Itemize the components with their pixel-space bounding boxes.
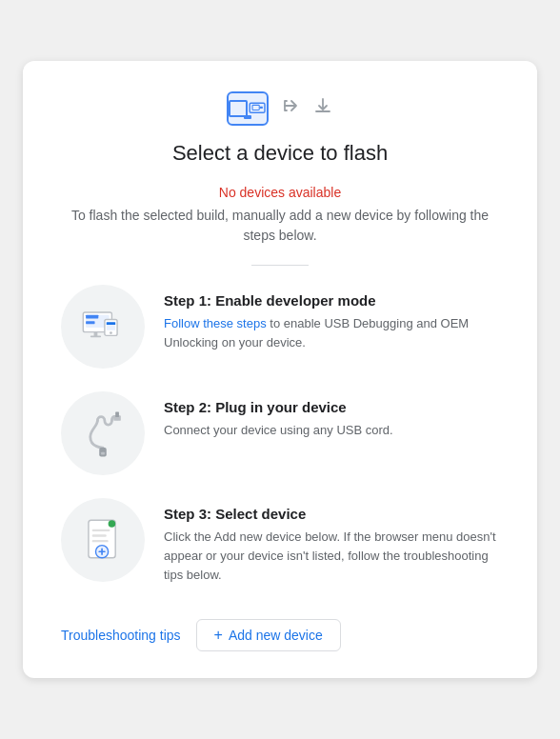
- steps-list: Step 1: Enable developer mode Follow the…: [61, 285, 499, 585]
- svg-rect-19: [92, 534, 107, 536]
- step-3-illustration: [61, 498, 145, 582]
- svg-rect-14: [115, 411, 119, 417]
- step-3-item: Step 3: Select device Click the Add new …: [61, 498, 499, 585]
- step-2-content: Step 2: Plug in your device Connect your…: [164, 391, 499, 440]
- page-title: Select a device to flash: [61, 141, 499, 166]
- svg-point-12: [110, 331, 112, 334]
- svg-rect-16: [101, 452, 105, 455]
- svg-rect-5: [86, 315, 98, 319]
- divider: [251, 265, 309, 266]
- status-description: To flash the selected build, manually ad…: [61, 206, 499, 246]
- footer: Troubleshooting tips + Add new device: [61, 611, 499, 651]
- device-icon: [227, 91, 269, 126]
- step-3-title: Step 3: Select device: [164, 506, 499, 522]
- step-3-description: Click the Add new device below. If the b…: [164, 528, 499, 585]
- download-icon: [312, 95, 333, 121]
- svg-rect-18: [92, 529, 110, 530]
- svg-rect-6: [86, 321, 94, 324]
- main-card: Select a device to flash No devices avai…: [23, 61, 537, 678]
- step-1-item: Step 1: Enable developer mode Follow the…: [61, 285, 499, 369]
- step-2-title: Step 2: Plug in your device: [164, 399, 499, 415]
- header-icons: [61, 91, 499, 126]
- step-2-item: Step 2: Plug in your device Connect your…: [61, 391, 499, 475]
- svg-rect-11: [107, 322, 115, 325]
- status-section: No devices available To flash the select…: [61, 185, 499, 246]
- add-device-button[interactable]: + Add new device: [196, 619, 341, 651]
- svg-point-21: [109, 520, 116, 528]
- add-device-label: Add new device: [229, 628, 323, 643]
- svg-rect-20: [92, 540, 109, 542]
- arrow-icon: [280, 95, 301, 121]
- step-1-illustration: [61, 285, 145, 369]
- follow-steps-link[interactable]: Follow these steps: [164, 316, 267, 330]
- step-1-content: Step 1: Enable developer mode Follow the…: [164, 285, 499, 352]
- svg-rect-8: [90, 335, 101, 337]
- plus-icon: +: [214, 628, 223, 643]
- step-2-description: Connect your device using any USB cord.: [164, 421, 499, 440]
- troubleshooting-link[interactable]: Troubleshooting tips: [61, 628, 181, 643]
- svg-rect-2: [260, 107, 263, 109]
- no-devices-label: No devices available: [61, 185, 499, 200]
- step-2-illustration: [61, 391, 145, 475]
- step-1-title: Step 1: Enable developer mode: [164, 292, 499, 309]
- step-3-content: Step 3: Select device Click the Add new …: [164, 498, 499, 585]
- step-1-description: Follow these steps to enable USB Debuggi…: [164, 314, 499, 352]
